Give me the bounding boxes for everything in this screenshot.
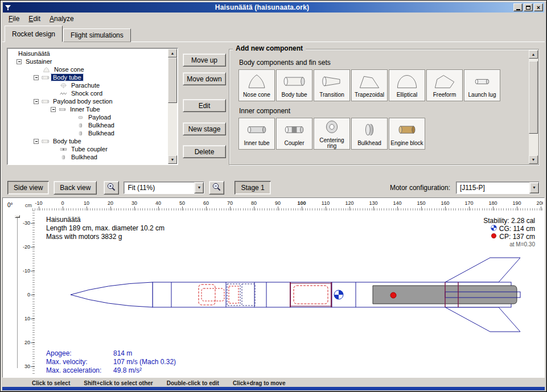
motor-configuration-select[interactable]: [J115-P] ▼ [456, 181, 540, 194]
scroll-down-icon[interactable]: ▼ [529, 155, 538, 164]
menu-edit[interactable]: Edit [24, 13, 45, 24]
add-engine-block-button[interactable]: Engine block [389, 118, 425, 150]
add-centering-ring-button[interactable]: Centering ring [314, 118, 350, 150]
tree-item[interactable]: Payload body section [9, 97, 167, 105]
ruler-label: 50 [179, 200, 185, 206]
edit-button[interactable]: Edit [183, 99, 226, 112]
zoom-out-button[interactable] [209, 181, 224, 195]
add-freeform-button[interactable]: Freeform [426, 69, 463, 101]
new-stage-button[interactable]: New stage [183, 122, 226, 135]
move-down-button[interactable]: Move down [183, 72, 226, 85]
tree-item-label: Shock cord [69, 90, 104, 97]
tree-expander-icon[interactable] [34, 99, 39, 104]
tree-item-label: Bulkhead [87, 122, 116, 129]
chevron-down-icon[interactable]: ▼ [194, 182, 204, 193]
add-nose-cone-button[interactable]: Nose cone [238, 69, 275, 101]
add-coupler-button[interactable]: Coupler [276, 118, 312, 150]
tree-item[interactable]: Nose cone [9, 65, 167, 73]
tree-item[interactable]: Inner Tube [9, 105, 167, 113]
tree-item-label: Bulkhead [87, 130, 116, 137]
tree-expander-icon[interactable] [51, 107, 56, 112]
zoom-in-button[interactable] [104, 181, 119, 195]
rocket-view[interactable]: 0° cm -100102030405060708090100110120130… [2, 197, 545, 378]
freeform-icon [432, 73, 457, 92]
rocket-name: Haisunäätä [46, 216, 164, 224]
maximize-button[interactable] [524, 3, 533, 11]
app-icon[interactable] [4, 3, 12, 11]
add-launch-lug-button[interactable]: Launch lug [464, 69, 500, 101]
ruler-label: -30 [23, 220, 30, 226]
shockcord-icon [59, 90, 68, 97]
tree-item[interactable]: Payload [9, 113, 167, 121]
menu-file[interactable]: File [4, 13, 24, 24]
tree-scrollbar[interactable]: ▲ ▼ [168, 49, 177, 164]
minimize-button[interactable] [513, 3, 523, 11]
stability-info: Stability: 2.28 cal CG: 114 cm CP: 137 c… [483, 217, 535, 249]
add-inner-tube-button[interactable]: Inner tube [238, 118, 275, 150]
tree-item-label: Body tube [51, 138, 83, 145]
close-button[interactable]: × [534, 3, 543, 11]
delete-button[interactable]: Delete [183, 145, 226, 158]
tree-item[interactable]: Bulkhead [9, 121, 167, 129]
zoom-level-select[interactable]: Fit (11%) ▼ [124, 181, 204, 194]
chevron-down-icon[interactable]: ▼ [529, 182, 539, 193]
component-button-label: Transition [319, 92, 344, 98]
tree-item[interactable]: Bulkhead [9, 129, 167, 137]
ruler-label: 160 [441, 200, 449, 206]
scroll-down-icon[interactable]: ▼ [168, 155, 177, 164]
tab-flight-simulations[interactable]: Flight simulations [63, 28, 131, 42]
slider-thumb[interactable] [15, 215, 20, 218]
rocket-mass: Mass with motors 3832 g [46, 233, 164, 241]
component-button-label: Elliptical [397, 92, 418, 98]
tree-item[interactable]: Parachute [9, 81, 167, 89]
tree-item-label: Body tube [51, 74, 83, 81]
ruler-label: -10 [23, 268, 30, 274]
component-button-label: Centering ring [314, 138, 349, 149]
app-window: Haisunäätä (haisunaata.ork) × FileEditAn… [0, 0, 547, 392]
add-transition-button[interactable]: Transition [314, 69, 350, 101]
hint-text: Click to select [32, 380, 70, 386]
ruler-label: 60 [203, 200, 209, 206]
scroll-up-icon[interactable]: ▲ [168, 49, 177, 57]
side-view-button[interactable]: Side view [7, 181, 49, 195]
vertical-ruler: -30-20-100102030 [22, 211, 35, 376]
add-bulkhead-button[interactable]: Bulkhead [351, 118, 388, 150]
component-button-label: Bulkhead [357, 141, 381, 146]
add-trapezoidal-button[interactable]: Trapezoidal [351, 69, 388, 101]
back-view-button[interactable]: Back view [54, 181, 97, 195]
tree-expander-icon[interactable] [34, 75, 39, 80]
tree-item[interactable]: Body tube [9, 73, 167, 81]
ruler-label: 0 [27, 292, 30, 298]
rotation-slider[interactable] [15, 215, 20, 368]
tree-item[interactable]: Body tube [9, 137, 167, 145]
tab-rocket-design[interactable]: Rocket design [5, 26, 63, 42]
tree-item[interactable]: Tube coupler [9, 145, 167, 153]
zoom-level-value: Fit (11%) [124, 182, 194, 193]
scroll-up-icon[interactable]: ▲ [529, 50, 538, 59]
tree-item[interactable]: Sustainer [9, 57, 167, 65]
scroll-track[interactable] [168, 57, 177, 155]
ruler-label: 140 [393, 200, 401, 206]
move-up-button[interactable]: Move up [183, 53, 226, 67]
ruler-label: -20 [23, 244, 30, 250]
tree-item[interactable]: Bulkhead [9, 153, 167, 161]
tree-item[interactable]: Haisunäätä [9, 49, 167, 57]
tree-item[interactable]: Shock cord [9, 89, 167, 97]
menu-analyze[interactable]: Analyze [45, 13, 79, 24]
ruler-label: 30 [24, 364, 30, 369]
add-panel-scrollbar[interactable]: ▲ ▼ [529, 50, 538, 164]
add-body-tube-button[interactable]: Body tube [276, 69, 312, 101]
scroll-thumb[interactable] [529, 61, 538, 134]
transition-icon [319, 73, 344, 92]
rocket-dimensions: Length 189 cm, max. diameter 10.2 cm [46, 224, 164, 233]
tree-expander-icon[interactable] [34, 139, 39, 144]
bulkhead-icon [76, 130, 85, 137]
tree-expander-icon[interactable] [17, 59, 22, 64]
stage-1-toggle[interactable]: Stage 1 [235, 181, 270, 195]
coupler-icon [59, 146, 68, 152]
scroll-thumb[interactable] [168, 57, 177, 103]
add-elliptical-button[interactable]: Elliptical [389, 69, 425, 101]
add-component-panel: Add new component Body components and fi… [229, 49, 539, 165]
title-bar[interactable]: Haisunäätä (haisunaata.ork) × [3, 2, 544, 13]
scroll-track[interactable] [529, 59, 538, 155]
